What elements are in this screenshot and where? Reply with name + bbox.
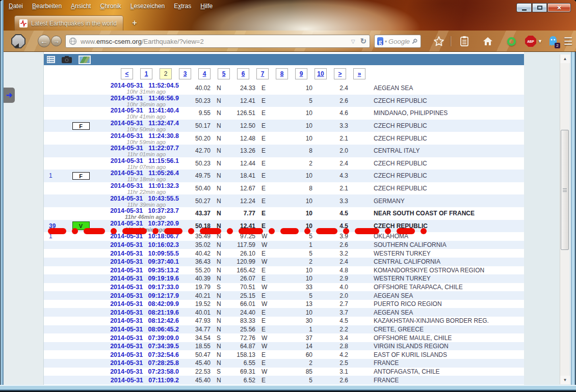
region-name-link[interactable]: SOUTHERN CALIFORNIA bbox=[348, 241, 524, 248]
region-name-link[interactable]: AEGEAN SEA bbox=[348, 292, 524, 299]
green-ring-addon-icon[interactable] bbox=[505, 35, 518, 48]
bookmarks-clipboard-icon[interactable] bbox=[458, 35, 471, 48]
region-name-link[interactable]: CRETE, GREECE bbox=[348, 326, 524, 333]
region-name-link[interactable]: OFFSHORE TARAPACA, CHILE bbox=[348, 284, 524, 291]
region-name-link[interactable]: CZECH REPUBLIC bbox=[348, 135, 524, 142]
event-datetime-link[interactable]: 2014-05-31 08:06:45.2 bbox=[110, 326, 179, 333]
event-datetime-link[interactable]: 2014-05-31 09:35:13.2 bbox=[110, 267, 179, 274]
page-button-4[interactable]: 4 bbox=[198, 68, 211, 79]
list-view-icon[interactable] bbox=[47, 56, 55, 63]
event-datetime-link[interactable]: 2014-05-31 07:39:09.0 bbox=[110, 334, 179, 342]
event-datetime-link[interactable]: 2014-05-31 11:41:40.4 bbox=[111, 107, 179, 114]
event-datetime-link[interactable]: 2014-05-31 09:17:33.0 bbox=[110, 284, 179, 291]
event-datetime-link[interactable]: 2014-05-31 09:12:17.9 bbox=[110, 292, 179, 299]
page-button-5[interactable]: 5 bbox=[218, 68, 230, 79]
felt-report-button[interactable]: F bbox=[72, 172, 90, 180]
page-button->[interactable]: > bbox=[334, 68, 346, 79]
event-datetime-link[interactable]: 2014-05-31 08:42:09.9 bbox=[110, 300, 179, 307]
new-tab-button[interactable]: + bbox=[128, 18, 141, 29]
event-datetime-link[interactable]: 2014-05-31 09:37:40.1 bbox=[110, 258, 179, 265]
url-bar[interactable]: www.emsc-csem.org/Earthquake/?view=2 ▽ ↻ bbox=[65, 35, 370, 48]
bookmark-star-icon[interactable] bbox=[432, 35, 446, 48]
maximize-button[interactable] bbox=[532, 3, 547, 12]
google-logo-icon[interactable]: g bbox=[377, 37, 383, 45]
event-datetime-link[interactable]: 2014-05-31 10:37:20.9 bbox=[110, 220, 179, 227]
event-datetime-link[interactable]: 2014-05-31 10:09:55.5 bbox=[110, 250, 179, 257]
close-button[interactable]: ✕ bbox=[547, 3, 571, 12]
menu-hamburger-icon[interactable]: ☰ bbox=[562, 35, 575, 48]
region-name-link[interactable]: VIRGIN ISLANDS REGION bbox=[348, 343, 524, 350]
reload-icon[interactable]: ↻ bbox=[360, 37, 366, 46]
felt-report-button[interactable]: F bbox=[72, 122, 90, 130]
noscript-octagon-icon[interactable] bbox=[11, 34, 25, 48]
event-datetime-link[interactable]: 2014-05-31 07:11:09.2 bbox=[111, 377, 179, 384]
url-text[interactable]: www.emsc-csem.org/Earthquake/?view=2 bbox=[81, 38, 351, 45]
page-button-<[interactable]: < bbox=[121, 68, 133, 79]
region-name-link[interactable]: CZECH REPUBLIC bbox=[348, 185, 524, 192]
region-name-link[interactable]: AEGEAN SEA bbox=[348, 85, 524, 92]
page-button-1[interactable]: 1 bbox=[140, 68, 152, 79]
search-box[interactable]: g ▾ Google 🔍︎ bbox=[374, 35, 421, 48]
event-datetime-link[interactable]: 2014-05-31 07:34:39.5 bbox=[110, 343, 179, 350]
region-name-link[interactable]: EAST OF KURIL ISLANDS bbox=[348, 351, 524, 358]
region-name-link[interactable]: GERMANY bbox=[348, 198, 524, 205]
page-button-9[interactable]: 9 bbox=[295, 68, 307, 79]
event-datetime-link[interactable]: 2014-05-31 07:23:58.0 bbox=[110, 368, 179, 375]
menu-extras[interactable]: Extras bbox=[170, 2, 195, 11]
event-datetime-link[interactable]: 2014-05-31 11:01:32.3 bbox=[111, 182, 179, 189]
region-name-link[interactable]: FRANCE bbox=[348, 377, 524, 384]
menu-lesezeichen[interactable]: Lesezeichen bbox=[127, 2, 168, 11]
event-datetime-link[interactable]: 2014-05-31 11:15:56.1 bbox=[111, 157, 179, 164]
event-datetime-link[interactable]: 2014-05-31 07:32:54.6 bbox=[110, 351, 179, 358]
region-name-link[interactable]: CZECH REPUBLIC bbox=[348, 160, 524, 167]
region-name-link[interactable]: MINDANAO, PHILIPPINES bbox=[348, 109, 524, 117]
event-datetime-link[interactable]: 2014-05-31 11:32:47.4 bbox=[111, 120, 179, 127]
menu-datei[interactable]: Datei bbox=[5, 2, 27, 11]
menu-hilfe[interactable]: Hilfe bbox=[197, 2, 216, 11]
event-datetime-link[interactable]: 2014-05-31 10:37:23.7 bbox=[110, 207, 179, 214]
page-button-»[interactable]: » bbox=[353, 68, 365, 79]
forward-button[interactable]: → bbox=[51, 36, 62, 46]
region-name-link[interactable]: CZECH REPUBLIC bbox=[348, 122, 524, 129]
page-button-6[interactable]: 6 bbox=[237, 68, 249, 79]
menu-bearbeiten[interactable]: Bearbeiten bbox=[29, 2, 65, 11]
region-name-link[interactable]: KOMANDORSKIYE OSTROVA REGION bbox=[348, 267, 524, 274]
search-icon[interactable]: 🔍︎ bbox=[411, 38, 418, 45]
event-datetime-link[interactable]: 2014-05-31 11:24:30.8 bbox=[111, 132, 179, 139]
map-view-icon[interactable] bbox=[78, 55, 91, 64]
page-button-2[interactable]: 2 bbox=[160, 68, 172, 79]
event-datetime-link[interactable]: 2014-05-31 11:05:26.4 bbox=[111, 170, 179, 177]
event-datetime-link[interactable]: 2014-05-31 08:12:42.6 bbox=[110, 317, 179, 324]
event-datetime-link[interactable]: 2014-05-31 11:22:07.7 bbox=[111, 145, 179, 152]
region-name-link[interactable]: NEAR SOUTH COAST OF FRANCE bbox=[348, 210, 524, 217]
region-name-link[interactable]: CENTRAL CALIFORNIA bbox=[348, 258, 524, 265]
abp-caret-icon[interactable]: ▼ bbox=[538, 39, 542, 44]
scroll-down-button[interactable]: ▼ bbox=[560, 376, 570, 384]
tab-latest-earthquakes[interactable]: Latest Earthquakes in the world bbox=[14, 15, 123, 31]
region-name-link[interactable]: AEGEAN SEA bbox=[348, 309, 524, 316]
back-button[interactable]: ← bbox=[38, 35, 50, 47]
region-name-link[interactable]: CZECH REPUBLIC bbox=[348, 97, 524, 104]
region-name-link[interactable]: WESTERN TURKEY bbox=[348, 250, 524, 257]
photos-view-icon[interactable] bbox=[61, 56, 72, 64]
minimize-button[interactable] bbox=[516, 3, 532, 12]
comments-count-link[interactable]: 1 bbox=[49, 172, 53, 179]
region-name-link[interactable]: WESTERN TURKEY bbox=[348, 275, 524, 282]
region-name-link[interactable]: FRANCE bbox=[348, 359, 524, 367]
region-name-link[interactable]: CENTRAL ITALY bbox=[348, 147, 524, 154]
event-datetime-link[interactable]: 2014-05-31 10:43:55.5 bbox=[110, 195, 179, 202]
region-name-link[interactable]: KAZAKHSTAN-XINJIANG BORDER REG. bbox=[348, 317, 524, 324]
home-icon[interactable] bbox=[481, 35, 494, 48]
scroll-up-button[interactable]: ▲ bbox=[560, 54, 570, 63]
event-datetime-link[interactable]: 2014-05-31 10:16:02.3 bbox=[110, 241, 179, 248]
side-panel-toggle[interactable]: ➜ bbox=[4, 88, 15, 103]
event-datetime-link[interactable]: 2014-05-31 11:46:56.9 bbox=[111, 95, 179, 102]
region-name-link[interactable]: ANTOFAGASTA, CHILE bbox=[348, 368, 524, 375]
url-dropdown-icon[interactable]: ▽ bbox=[351, 39, 355, 44]
search-input[interactable]: Google bbox=[388, 38, 410, 45]
menu-ansicht[interactable]: Ansicht bbox=[67, 2, 94, 11]
region-name-link[interactable]: OFFSHORE MAULE, CHILE bbox=[348, 334, 524, 342]
region-name-link[interactable]: PUERTO RICO REGION bbox=[348, 300, 524, 307]
page-button-3[interactable]: 3 bbox=[179, 68, 191, 79]
event-datetime-link[interactable]: 2014-05-31 08:21:19.6 bbox=[110, 309, 179, 316]
